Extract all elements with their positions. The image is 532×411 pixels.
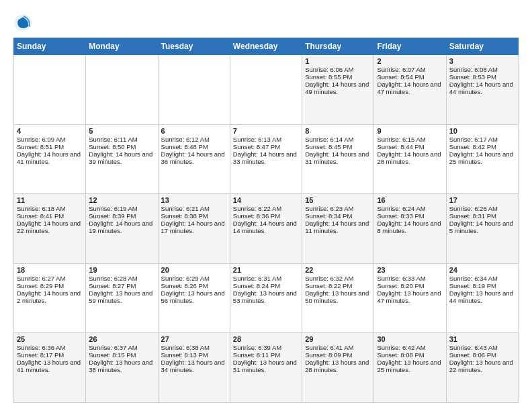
calendar-cell: 30Sunrise: 6:42 AMSunset: 8:08 PMDayligh… [374,333,446,403]
calendar-cell: 19Sunrise: 6:28 AMSunset: 8:27 PMDayligh… [86,263,158,333]
day-detail: Daylight: 14 hours and 14 minutes. [233,220,299,234]
calendar-week-5: 25Sunrise: 6:36 AMSunset: 8:17 PMDayligh… [14,333,519,403]
day-detail: Sunset: 8:41 PM [17,212,83,220]
day-number: 17 [449,196,515,204]
day-detail: Daylight: 14 hours and 8 minutes. [377,220,443,234]
day-detail: Daylight: 14 hours and 41 minutes. [17,150,83,165]
day-detail: Sunset: 8:51 PM [17,143,83,150]
day-detail: Sunrise: 6:21 AM [161,205,227,212]
day-detail: Daylight: 13 hours and 59 minutes. [89,289,154,304]
calendar-cell: 22Sunrise: 6:32 AMSunset: 8:22 PMDayligh… [302,263,374,333]
day-detail: Daylight: 14 hours and 25 minutes. [449,150,515,165]
calendar-cell: 27Sunrise: 6:38 AMSunset: 8:13 PMDayligh… [158,333,230,403]
day-number: 4 [17,127,83,135]
calendar-cell: 4Sunrise: 6:09 AMSunset: 8:51 PMDaylight… [14,124,86,194]
day-detail: Sunset: 8:45 PM [305,143,371,150]
day-detail: Sunrise: 6:41 AM [305,344,371,351]
day-detail: Daylight: 14 hours and 22 minutes. [17,220,83,234]
day-detail: Sunset: 8:44 PM [377,143,443,150]
day-detail: Sunrise: 6:42 AM [377,344,443,351]
day-detail: Sunset: 8:09 PM [305,351,371,359]
day-detail: Daylight: 13 hours and 38 minutes. [89,359,154,373]
day-number: 11 [17,196,83,204]
calendar-week-4: 18Sunrise: 6:27 AMSunset: 8:29 PMDayligh… [14,263,519,333]
day-number: 7 [233,127,299,135]
day-detail: Sunrise: 6:12 AM [161,136,227,143]
day-detail: Daylight: 14 hours and 36 minutes. [161,150,227,165]
calendar-cell: 28Sunrise: 6:39 AMSunset: 8:11 PMDayligh… [230,333,302,403]
calendar-cell: 12Sunrise: 6:19 AMSunset: 8:39 PMDayligh… [86,194,158,264]
calendar-week-1: 1Sunrise: 6:06 AMSunset: 8:55 PMDaylight… [14,55,519,125]
day-detail: Sunset: 8:06 PM [449,351,515,359]
day-header-tuesday: Tuesday [158,38,230,55]
calendar-cell: 29Sunrise: 6:41 AMSunset: 8:09 PMDayligh… [302,333,374,403]
day-number: 2 [377,57,443,65]
day-detail: Sunset: 8:15 PM [89,351,154,359]
day-number: 3 [449,57,515,65]
calendar-cell: 8Sunrise: 6:14 AMSunset: 8:45 PMDaylight… [302,124,374,194]
day-number: 6 [161,127,227,135]
day-header-monday: Monday [86,38,158,55]
calendar-cell: 3Sunrise: 6:08 AMSunset: 8:53 PMDaylight… [446,55,518,125]
day-detail: Sunset: 8:13 PM [161,351,227,359]
day-detail: Sunrise: 6:06 AM [305,66,371,73]
day-detail: Daylight: 13 hours and 25 minutes. [377,359,443,373]
day-detail: Daylight: 13 hours and 41 minutes. [17,359,83,373]
day-number: 8 [305,127,371,135]
day-number: 21 [233,266,299,274]
day-detail: Sunrise: 6:18 AM [17,205,83,212]
header [13,11,519,32]
day-number: 18 [17,266,83,274]
calendar-cell: 18Sunrise: 6:27 AMSunset: 8:29 PMDayligh… [14,263,86,333]
day-detail: Sunset: 8:34 PM [305,212,371,220]
day-number: 27 [161,335,227,343]
day-number: 5 [89,127,154,135]
calendar-cell: 23Sunrise: 6:33 AMSunset: 8:20 PMDayligh… [374,263,446,333]
day-number: 23 [377,266,443,274]
day-detail: Sunrise: 6:08 AM [449,66,515,73]
day-detail: Sunrise: 6:17 AM [449,136,515,143]
day-detail: Sunrise: 6:32 AM [305,275,371,282]
day-detail: Sunset: 8:22 PM [305,282,371,289]
calendar-cell: 1Sunrise: 6:06 AMSunset: 8:55 PMDaylight… [302,55,374,125]
day-header-friday: Friday [374,38,446,55]
day-number: 19 [89,266,154,274]
day-detail: Sunset: 8:47 PM [233,143,299,150]
day-detail: Sunrise: 6:39 AM [233,344,299,351]
day-detail: Sunrise: 6:22 AM [233,205,299,212]
day-detail: Daylight: 13 hours and 47 minutes. [377,289,443,304]
day-detail: Sunset: 8:20 PM [377,282,443,289]
day-detail: Daylight: 14 hours and 2 minutes. [17,289,83,304]
calendar-cell: 9Sunrise: 6:15 AMSunset: 8:44 PMDaylight… [374,124,446,194]
calendar-week-3: 11Sunrise: 6:18 AMSunset: 8:41 PMDayligh… [14,194,519,264]
day-detail: Sunset: 8:48 PM [161,143,227,150]
day-detail: Daylight: 13 hours and 50 minutes. [305,289,371,304]
day-number: 20 [161,266,227,274]
day-detail: Sunrise: 6:13 AM [233,136,299,143]
day-detail: Sunrise: 6:14 AM [305,136,371,143]
day-detail: Sunrise: 6:24 AM [377,205,443,212]
calendar-cell: 25Sunrise: 6:36 AMSunset: 8:17 PMDayligh… [14,333,86,403]
day-number: 24 [449,266,515,274]
day-detail: Sunrise: 6:09 AM [17,136,83,143]
calendar-cell: 10Sunrise: 6:17 AMSunset: 8:42 PMDayligh… [446,124,518,194]
day-detail: Sunrise: 6:07 AM [377,66,443,73]
calendar-cell: 5Sunrise: 6:11 AMSunset: 8:50 PMDaylight… [86,124,158,194]
day-detail: Sunrise: 6:37 AM [89,344,154,351]
day-number: 15 [305,196,371,204]
calendar-cell: 24Sunrise: 6:34 AMSunset: 8:19 PMDayligh… [446,263,518,333]
day-detail: Sunset: 8:19 PM [449,282,515,289]
day-detail: Sunset: 8:55 PM [305,73,371,81]
calendar-cell: 7Sunrise: 6:13 AMSunset: 8:47 PMDaylight… [230,124,302,194]
calendar-cell: 21Sunrise: 6:31 AMSunset: 8:24 PMDayligh… [230,263,302,333]
day-detail: Sunset: 8:50 PM [89,143,154,150]
day-detail: Daylight: 14 hours and 28 minutes. [377,150,443,165]
day-detail: Sunset: 8:29 PM [17,282,83,289]
day-detail: Daylight: 14 hours and 44 minutes. [449,81,515,95]
day-number: 9 [377,127,443,135]
day-number: 29 [305,335,371,343]
day-number: 31 [449,335,515,343]
logo-icon [13,13,32,32]
day-header-sunday: Sunday [14,38,86,55]
day-detail: Daylight: 14 hours and 49 minutes. [305,81,371,95]
